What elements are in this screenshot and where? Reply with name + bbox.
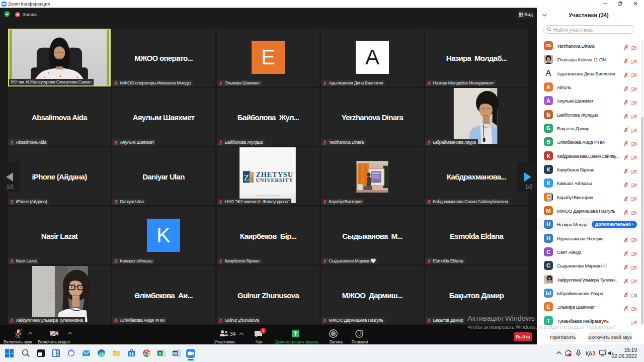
svg-text:1: 1	[250, 176, 253, 183]
svg-text:X: X	[158, 351, 161, 356]
svg-text:Z: Z	[244, 173, 249, 183]
svg-text:UNIVERSITY: UNIVERSITY	[256, 177, 293, 184]
svg-text:© гордимся, Талдыкорган: © гордимся, Талдыкорган	[255, 194, 281, 197]
svg-text:W: W	[173, 351, 177, 356]
